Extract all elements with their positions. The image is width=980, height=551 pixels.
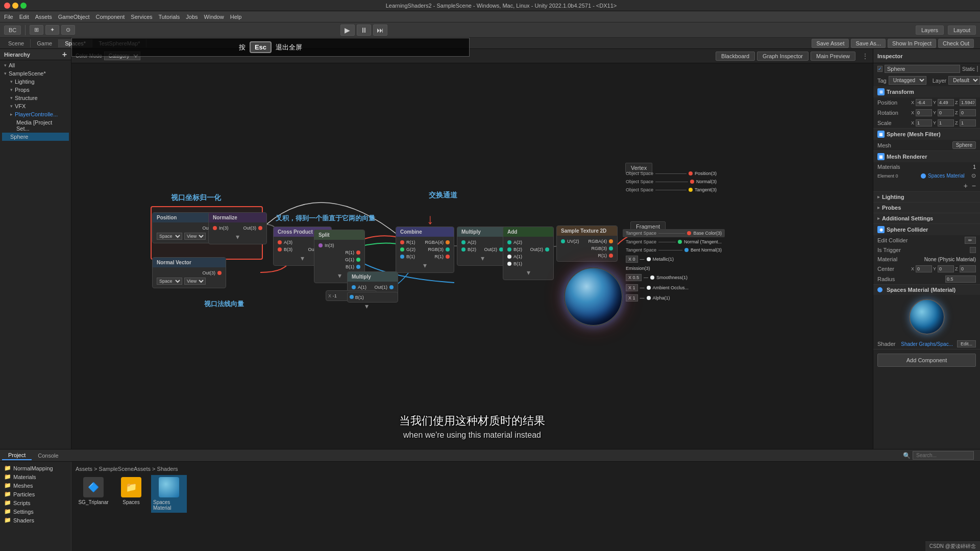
normalize-expand[interactable]: ▾	[236, 233, 239, 241]
menu-assets[interactable]: Assets	[35, 14, 52, 20]
layout-button[interactable]: Layout	[948, 26, 976, 35]
tab-project[interactable]: Project	[2, 451, 32, 460]
split-expand[interactable]: ▾	[338, 271, 341, 280]
radius-field[interactable]	[945, 276, 976, 283]
main-preview-btn[interactable]: Main Preview	[811, 52, 855, 61]
hierarchy-all[interactable]: ▾ All	[2, 61, 69, 69]
normal-space-select[interactable]: Space	[157, 278, 182, 285]
spaces-material-label[interactable]: Spaces Material	[928, 173, 969, 179]
graph-canvas[interactable]: Vertex Fragment 视口坐标归一化 叉积，得到一个垂直于它两的向量 …	[71, 63, 873, 449]
center-z-field[interactable]	[960, 265, 976, 272]
position-space-select[interactable]: Space	[157, 233, 182, 240]
shader-edit-btn[interactable]: Edit...	[957, 340, 976, 347]
static-checkbox[interactable]	[977, 66, 978, 72]
is-trigger-checkbox[interactable]	[970, 247, 976, 253]
menu-help[interactable]: Help	[230, 14, 242, 20]
tab-game[interactable]: Game	[31, 39, 59, 47]
save-asset-btn[interactable]: Save Asset	[812, 39, 849, 48]
project-search-input[interactable]	[913, 451, 974, 460]
hierarchy-props[interactable]: ▾ Props	[2, 86, 69, 94]
add-material-btn[interactable]: +	[964, 182, 968, 190]
hierarchy-structure[interactable]: ▾ Structure	[2, 94, 69, 102]
more-options-icon[interactable]: ⋮	[862, 52, 869, 60]
hierarchy-sphere[interactable]: Sphere	[2, 133, 69, 141]
add-node[interactable]: Add A(2) B(2) Out(2)	[503, 227, 554, 280]
pos-z-field[interactable]	[960, 99, 976, 106]
scale-x-field[interactable]	[916, 119, 932, 127]
rot-y-field[interactable]	[938, 109, 954, 116]
sphere-collider-header[interactable]: ◉ Sphere Collider	[873, 224, 980, 235]
rot-z-field[interactable]	[960, 109, 976, 116]
mesh-filter-header[interactable]: ▦ Sphere (Mesh Filter)	[873, 129, 980, 140]
lighting-header[interactable]: ▸ Lighting	[873, 192, 980, 202]
position-view-select[interactable]: View	[184, 233, 206, 240]
center-y-field[interactable]	[938, 265, 954, 272]
show-in-project-btn[interactable]: Show In Project	[888, 39, 936, 48]
graph-inspector-btn[interactable]: Graph Inspector	[757, 52, 808, 61]
center-x-field[interactable]	[916, 265, 932, 272]
normal-vector-node[interactable]: Normal Vector Out(3) Space View	[152, 257, 226, 288]
object-name-field[interactable]	[885, 65, 960, 73]
pos-y-field[interactable]	[938, 99, 954, 106]
menu-component[interactable]: Component	[95, 14, 125, 20]
layers-button[interactable]: Layers	[916, 26, 944, 35]
tag-select[interactable]: Untagged	[889, 76, 926, 85]
folder-shaders[interactable]: 📁 Shaders	[2, 516, 69, 524]
rot-x-field[interactable]	[916, 109, 932, 116]
additional-settings-header[interactable]: ▸ Additional Settings	[873, 213, 980, 223]
play-button[interactable]: ▶	[340, 24, 355, 36]
folder-normalmapping[interactable]: 📁 NormalMapping	[2, 464, 69, 472]
hierarchy-samplescene[interactable]: ▾ SampleScene*	[2, 69, 69, 78]
check-out-btn[interactable]: Check Out	[938, 39, 974, 48]
layer-select[interactable]: Default	[948, 76, 980, 85]
folder-particles[interactable]: 📁 Particles	[2, 490, 69, 498]
edit-collider-btn[interactable]: ✏	[965, 237, 976, 244]
tab-scene[interactable]: Scene	[2, 39, 31, 47]
remove-material-btn[interactable]: −	[972, 182, 976, 190]
material-select-btn[interactable]: ⊙	[971, 172, 976, 179]
folder-scripts[interactable]: 📁 Scripts	[2, 498, 69, 507]
combine-node[interactable]: Combine R(1) RGBA(4) G(2) RGB(3)	[396, 227, 454, 273]
step-button[interactable]: ⏭	[373, 24, 387, 36]
folder-settings[interactable]: 📁 Settings	[2, 507, 69, 516]
bc-button[interactable]: BC	[4, 26, 21, 35]
transform-header[interactable]: ⊞ Transform	[873, 86, 980, 97]
search-icon[interactable]: 🔍	[903, 452, 911, 459]
spaces-material-header[interactable]: Spaces Material (Material)	[873, 285, 980, 295]
multiply-bottom-expand-area[interactable]: ▾	[365, 302, 369, 310]
save-as-btn[interactable]: Save As...	[851, 39, 886, 48]
tab-console[interactable]: Console	[32, 452, 64, 460]
pos-x-field[interactable]	[916, 99, 932, 106]
close-btn[interactable]	[4, 3, 10, 9]
menu-services[interactable]: Services	[131, 14, 152, 20]
sample-texture-node[interactable]: Sample Texture 2D UV(2) RGBA(4) RGB(3)	[556, 226, 618, 262]
menu-window[interactable]: Window	[204, 14, 224, 20]
normal-view-select[interactable]: View	[184, 278, 206, 285]
multiply-node-top[interactable]: Multiply A(2) B(2) Out(2)	[457, 227, 508, 266]
hierarchy-media[interactable]: Media [Project Set...	[2, 118, 69, 133]
minimize-btn[interactable]	[12, 3, 18, 9]
menu-file[interactable]: File	[4, 14, 13, 20]
menu-tutorials[interactable]: Tutorials	[159, 14, 180, 20]
project-item-spaces-material[interactable]: Spaces Material	[151, 475, 187, 513]
toolbar-icon-btn-2[interactable]: ✦	[45, 25, 59, 35]
object-active-checkbox[interactable]: ✓	[877, 66, 883, 72]
menu-jobs[interactable]: Jobs	[186, 14, 198, 20]
add-expand[interactable]: ▾	[527, 268, 530, 277]
hierarchy-add-btn[interactable]: +	[62, 50, 67, 59]
multiply-top-expand[interactable]: ▾	[481, 254, 484, 262]
shader-value[interactable]: Shader Graphs/Spac...	[901, 341, 953, 347]
blackboard-btn[interactable]: Blackboard	[716, 52, 755, 61]
add-component-button[interactable]: Add Component	[877, 354, 976, 367]
constant-b1[interactable]: B(1)	[347, 292, 398, 303]
menu-edit[interactable]: Edit	[19, 14, 29, 20]
pause-button[interactable]: ⏸	[357, 24, 371, 36]
folder-materials[interactable]: 📁 Materials	[2, 472, 69, 481]
project-item-spaces-folder[interactable]: 📁 Spaces	[113, 475, 149, 513]
cross-expand[interactable]: ▾	[301, 254, 304, 262]
menu-gameobject[interactable]: GameObject	[58, 14, 90, 20]
scale-y-field[interactable]	[938, 119, 954, 127]
hierarchy-vfx[interactable]: ▾ VFX	[2, 102, 69, 110]
toolbar-icon-btn-1[interactable]: ⊞	[30, 25, 43, 35]
combine-expand[interactable]: ▾	[423, 261, 427, 269]
